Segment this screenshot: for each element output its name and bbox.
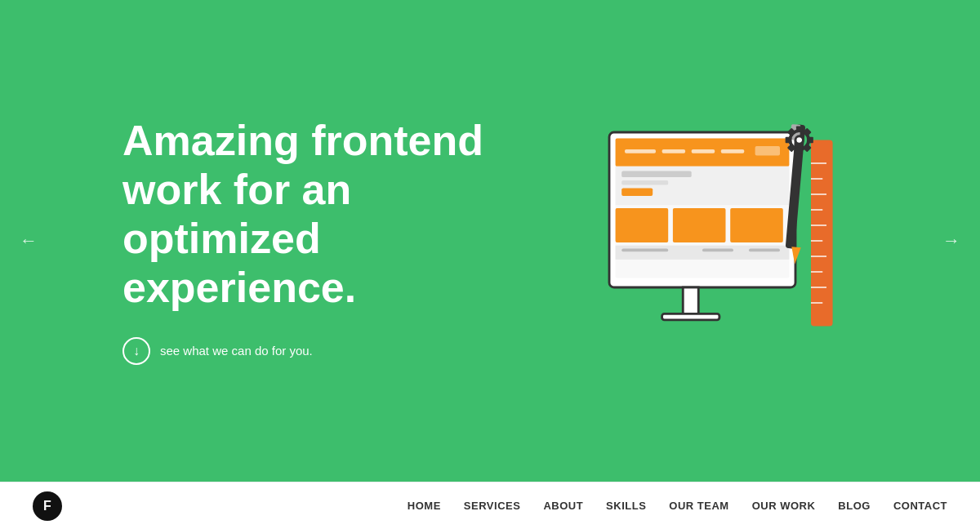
svg-rect-7: [692, 149, 715, 153]
prev-arrow[interactable]: ←: [20, 230, 38, 251]
svg-rect-5: [625, 149, 656, 153]
nav-link-skills[interactable]: SKILLS: [606, 500, 646, 512]
nav-links: HOMESERVICESABOUTSKILLSOUR TEAMOUR WORKB…: [408, 500, 947, 512]
svg-rect-13: [621, 188, 653, 196]
svg-rect-40: [807, 137, 813, 144]
svg-rect-9: [755, 146, 780, 155]
svg-rect-19: [702, 249, 733, 252]
svg-rect-18: [621, 249, 668, 252]
svg-rect-39: [786, 137, 792, 144]
bottom-nav-bar: F HOMESERVICESABOUTSKILLSOUR TEAMOUR WOR…: [0, 482, 980, 529]
svg-rect-6: [662, 149, 686, 153]
hero-cta[interactable]: ↓ see what we can do for you.: [122, 337, 498, 365]
svg-rect-14: [616, 208, 669, 242]
nav-link-our-work[interactable]: OUR WORK: [752, 500, 816, 512]
left-arrow-icon: ←: [20, 230, 38, 251]
nav-link-our-team[interactable]: OUR TEAM: [669, 500, 728, 512]
nav-link-about[interactable]: ABOUT: [543, 500, 583, 512]
svg-point-36: [795, 136, 804, 144]
nav-link-home[interactable]: HOME: [408, 500, 441, 512]
svg-rect-24: [811, 140, 833, 327]
hero-illustration: [547, 86, 858, 396]
svg-rect-37: [796, 126, 803, 132]
svg-rect-38: [796, 148, 803, 154]
hero-section: ← Amazing frontend work for an optimized…: [0, 0, 980, 482]
nav-link-services[interactable]: SERVICES: [464, 500, 521, 512]
hero-title: Amazing frontend work for an optimized e…: [122, 117, 498, 312]
right-arrow-icon: →: [942, 230, 960, 251]
svg-rect-3: [662, 313, 719, 320]
next-arrow[interactable]: →: [942, 230, 960, 251]
scroll-down-icon[interactable]: ↓: [122, 337, 150, 365]
hero-text-block: Amazing frontend work for an optimized e…: [122, 117, 498, 364]
svg-rect-12: [621, 180, 668, 185]
svg-rect-2: [683, 287, 698, 315]
svg-rect-16: [730, 208, 783, 242]
nav-link-contact[interactable]: CONTACT: [893, 500, 947, 512]
logo: F: [33, 491, 62, 521]
svg-rect-8: [721, 149, 745, 153]
svg-rect-20: [749, 249, 780, 252]
svg-rect-17: [616, 246, 790, 260]
svg-rect-15: [673, 208, 726, 242]
svg-rect-11: [621, 171, 692, 178]
svg-rect-44: [803, 144, 812, 153]
logo-letter: F: [43, 499, 51, 513]
nav-link-blog[interactable]: BLOG: [838, 500, 871, 512]
cta-text: see what we can do for you.: [160, 344, 313, 358]
